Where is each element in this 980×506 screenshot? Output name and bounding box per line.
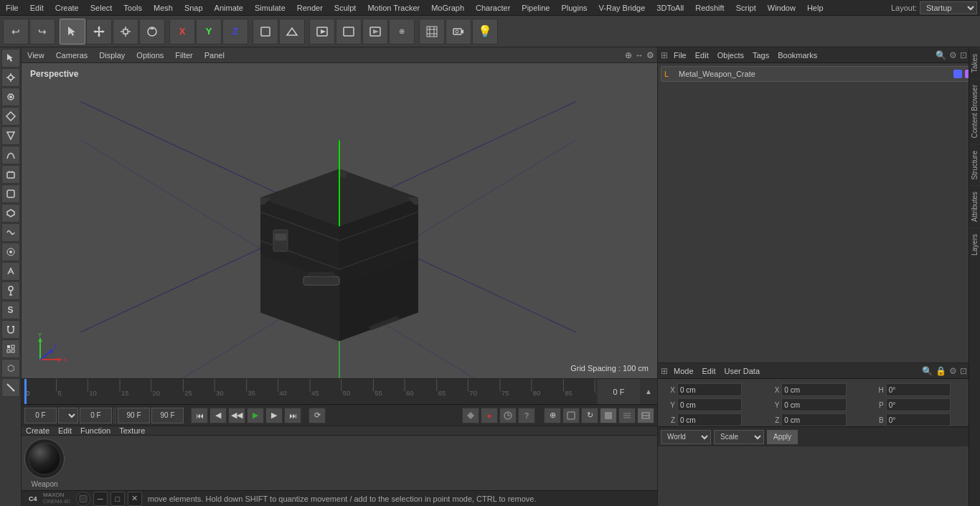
snap-scale-button[interactable]: ↻ (581, 408, 598, 423)
menu-window[interactable]: Window (762, 2, 801, 14)
minimize-button[interactable]: ─ (93, 492, 108, 506)
material-function[interactable]: Function (80, 426, 110, 435)
object-row-weapon-crate[interactable]: L Metal_Weapon_Crate (661, 66, 977, 82)
end-frame-input[interactable] (118, 408, 150, 423)
material-create[interactable]: Create (26, 426, 50, 435)
menu-script[interactable]: Script (730, 2, 762, 14)
loop-button[interactable]: ⟳ (308, 408, 326, 423)
render-settings-button[interactable] (336, 19, 362, 44)
viewport[interactable]: Perspective Grid Spacing : 100 cm X Y Z (22, 63, 657, 378)
vtab-attributes[interactable]: Attributes (969, 185, 980, 228)
sidebar-magnet[interactable] (1, 320, 20, 339)
viewport-options-menu[interactable]: Options (133, 51, 166, 60)
viewport-arrow-icon[interactable]: ↔ (635, 50, 644, 60)
sidebar-primitives[interactable] (1, 184, 20, 203)
vtab-content-browser[interactable]: Content Browser (969, 78, 980, 144)
sidebar-spline[interactable] (1, 146, 20, 164)
menu-mesh[interactable]: Mesh (148, 2, 179, 14)
objects-file-menu[interactable]: File (671, 51, 689, 60)
next-frame-button[interactable]: ▶ (265, 408, 283, 423)
record-button[interactable]: ● (481, 408, 498, 423)
menu-help[interactable]: Help (801, 2, 829, 14)
sidebar-object[interactable] (1, 165, 20, 184)
coord-z-pos-input[interactable] (677, 413, 742, 426)
frame-grid-button[interactable] (618, 408, 636, 423)
menu-sculpt[interactable]: Sculpt (329, 2, 362, 14)
keyframe-add-button[interactable] (462, 408, 479, 423)
viewport-expand-icon[interactable]: ⊕ (625, 50, 632, 60)
objects-bookmarks-menu[interactable]: Bookmarks (775, 51, 820, 60)
sidebar-snap[interactable] (1, 126, 20, 145)
attributes-user-data-menu[interactable]: User Data (722, 367, 763, 375)
coord-y2-input[interactable] (781, 398, 846, 411)
apply-button[interactable]: Apply (767, 430, 798, 444)
prev-frame-button[interactable]: ◀ (209, 408, 227, 423)
menu-tools[interactable]: Tools (118, 2, 148, 14)
current-frame-input[interactable] (80, 408, 112, 423)
viewport-cameras-menu[interactable]: Cameras (53, 51, 91, 60)
viewport-settings-icon[interactable]: ⚙ (646, 50, 654, 60)
material-edit[interactable]: Edit (58, 426, 72, 435)
attributes-search-icon[interactable]: 🔍 (922, 366, 933, 376)
menu-3dtoall[interactable]: 3DToAll (651, 2, 689, 14)
menu-motion-tracker[interactable]: Motion Tracker (362, 2, 425, 14)
close-window-button[interactable]: ✕ (128, 492, 142, 506)
menu-vray[interactable]: V-Ray Bridge (593, 2, 651, 14)
sidebar-s-icon[interactable]: S (1, 301, 20, 319)
coord-x2-input[interactable] (781, 383, 846, 396)
objects-objects-menu[interactable]: Objects (715, 51, 747, 60)
timeline-ruler[interactable]: 0 5 10 15 20 25 30 35 (24, 379, 597, 404)
sidebar-grid[interactable] (1, 339, 20, 358)
scale-button[interactable] (113, 19, 138, 44)
menu-character[interactable]: Character (470, 2, 516, 14)
redo-button[interactable]: ↪ (29, 19, 55, 44)
objects-search-icon[interactable]: 🔍 (936, 50, 946, 60)
z-axis-button[interactable]: Z (222, 19, 248, 44)
sidebar-texture[interactable]: ⬡ (1, 359, 20, 378)
menu-pipeline[interactable]: Pipeline (516, 2, 555, 14)
attributes-maximize-icon[interactable]: ⊡ (960, 366, 967, 376)
rotate-button[interactable] (139, 19, 165, 44)
sidebar-dynamics[interactable] (1, 262, 20, 281)
objects-maximize-icon[interactable]: ⊡ (960, 50, 967, 60)
scale-select[interactable]: Scale Absolute Relative (714, 430, 764, 444)
attributes-settings-icon[interactable]: ⚙ (949, 366, 957, 376)
frame-step-select[interactable] (58, 408, 78, 423)
sidebar-paint[interactable] (1, 281, 20, 300)
objects-tags-menu[interactable]: Tags (750, 51, 772, 60)
menu-select[interactable]: Select (85, 2, 118, 14)
vtab-structure[interactable]: Structure (969, 144, 980, 186)
attributes-lock-icon[interactable]: 🔒 (936, 366, 946, 376)
max-frame-input[interactable] (151, 408, 184, 423)
sidebar-pen[interactable] (1, 107, 20, 126)
move-button[interactable] (86, 19, 112, 44)
add-render-button[interactable]: ⊕ (389, 19, 415, 44)
frame-step-up[interactable] (113, 408, 116, 423)
coord-z2-input[interactable] (781, 413, 846, 426)
sidebar-knife[interactable] (1, 378, 20, 397)
go-to-end-button[interactable]: ⏭ (284, 408, 301, 423)
light-button[interactable]: 💡 (472, 19, 498, 44)
viewport-view-menu[interactable]: View (24, 51, 47, 60)
world-select[interactable]: World Object Camera (661, 430, 711, 444)
start-frame-input[interactable] (24, 408, 57, 423)
render-view-button[interactable] (309, 19, 335, 44)
menu-render[interactable]: Render (291, 2, 329, 14)
viewport-filter-menu[interactable]: Filter (172, 51, 195, 60)
y-axis-button[interactable]: Y (196, 19, 222, 44)
menu-snap[interactable]: Snap (179, 2, 209, 14)
point-mode-button[interactable] (279, 19, 305, 44)
attributes-edit-menu[interactable]: Edit (699, 367, 719, 375)
vtab-layers[interactable]: Layers (969, 228, 980, 261)
restore-button[interactable]: □ (110, 492, 125, 506)
material-texture[interactable]: Texture (119, 426, 145, 435)
play-backward-button[interactable]: ◀◀ (228, 408, 245, 423)
layout-select[interactable]: Startup (920, 1, 977, 14)
menu-file[interactable]: File (0, 2, 24, 14)
coord-h-input[interactable] (886, 383, 951, 396)
menu-mograph[interactable]: MoGraph (425, 2, 470, 14)
viewport-panel-menu[interactable]: Panel (202, 51, 227, 60)
coord-b-input[interactable] (886, 413, 951, 426)
sidebar-pointer[interactable] (1, 49, 20, 67)
menu-create[interactable]: Create (50, 2, 85, 14)
